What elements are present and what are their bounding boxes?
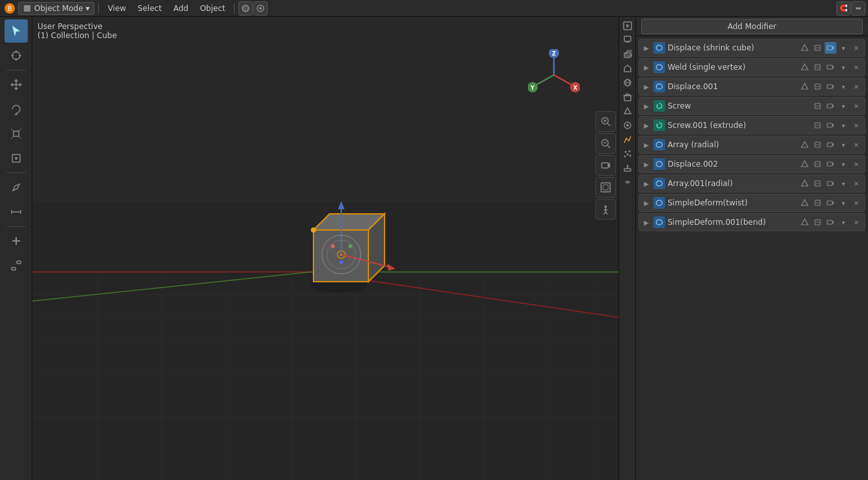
modifier-edit-btn-7[interactable] [812, 178, 823, 189]
modifier-close-btn-3[interactable]: ✕ [851, 100, 862, 112]
modifier-vertex-btn-5[interactable] [799, 139, 810, 151]
annotate-tool-btn[interactable] [5, 176, 28, 199]
modifier-edit-btn-4[interactable] [812, 120, 823, 131]
menu-view[interactable]: View [103, 3, 131, 14]
modifier-row-0[interactable]: ▶Displace (shrink cube)▾✕ [639, 39, 865, 57]
modifier-chevron-btn-1[interactable]: ▾ [838, 61, 849, 73]
physics-props-btn[interactable] [621, 162, 634, 174]
modifier-edit-btn-6[interactable] [812, 158, 823, 170]
mode-selector[interactable]: Object Mode ▾ [18, 2, 94, 15]
modifier-expand-2[interactable]: ▶ [642, 82, 651, 91]
modifier-camera-btn-4[interactable] [825, 120, 836, 131]
global-local-toggle[interactable] [238, 1, 253, 16]
modifier-row-6[interactable]: ▶Displace.002▾✕ [639, 155, 865, 173]
modifier-close-btn-2[interactable]: ✕ [851, 81, 862, 92]
view-layer-btn[interactable] [621, 48, 634, 61]
proportional-edit[interactable] [253, 1, 268, 16]
modifier-vertex-btn-1[interactable] [799, 61, 810, 73]
modifier-expand-1[interactable]: ▶ [642, 63, 651, 72]
modifier-expand-8[interactable]: ▶ [642, 198, 651, 207]
menu-add[interactable]: Add [168, 3, 193, 14]
modifier-vertex-btn-7[interactable] [799, 178, 810, 189]
modifier-camera-btn-7[interactable] [825, 178, 836, 189]
modifier-camera-btn-0[interactable] [825, 42, 836, 54]
modifier-chevron-btn-0[interactable]: ▾ [838, 42, 849, 54]
modifier-expand-4[interactable]: ▶ [642, 121, 651, 130]
modifier-vertex-btn-6[interactable] [799, 158, 810, 170]
orientation-gizmo[interactable]: Z X Y [528, 49, 580, 101]
snap-btn[interactable]: 🧲 [836, 1, 851, 16]
modifier-camera-btn-6[interactable] [825, 158, 836, 170]
modifier-chevron-btn-3[interactable]: ▾ [838, 100, 849, 112]
modifier-row-7[interactable]: ▶Array.001(radial)▾✕ [639, 174, 865, 193]
modifier-expand-3[interactable]: ▶ [642, 101, 651, 110]
modifier-chevron-btn-6[interactable]: ▾ [838, 158, 849, 170]
modifier-row-9[interactable]: ▶SimpleDeform.001(bend)▾✕ [639, 213, 865, 231]
constraints-props-btn[interactable] [621, 176, 634, 189]
modifier-chevron-btn-7[interactable]: ▾ [838, 178, 849, 189]
menu-select[interactable]: Select [132, 3, 167, 14]
material-props-btn[interactable] [621, 119, 634, 132]
modifier-expand-9[interactable]: ▶ [642, 218, 651, 227]
modifier-vertex-btn-9[interactable] [799, 216, 810, 228]
modifier-close-btn-0[interactable]: ✕ [851, 42, 862, 54]
modifier-close-btn-5[interactable]: ✕ [851, 139, 862, 151]
modifier-row-4[interactable]: ▶Screw.001 (extrude)▾✕ [639, 116, 865, 134]
transform-tool-btn[interactable] [5, 147, 28, 170]
modifier-edit-btn-3[interactable] [812, 100, 823, 112]
modifier-row-5[interactable]: ▶Array (radial)▾✕ [639, 136, 865, 154]
modifier-row-2[interactable]: ▶Displace.001▾✕ [639, 78, 865, 96]
modifier-row-1[interactable]: ▶Weld (single vertex)▾✕ [639, 58, 865, 76]
modifier-close-btn-7[interactable]: ✕ [851, 178, 862, 189]
modifier-expand-7[interactable]: ▶ [642, 179, 651, 188]
modifier-vertex-btn-0[interactable] [799, 42, 810, 54]
modifier-close-btn-6[interactable]: ✕ [851, 158, 862, 170]
measure-tool-btn[interactable] [5, 200, 28, 224]
modifier-chevron-btn-5[interactable]: ▾ [838, 139, 849, 151]
object-props-btn[interactable] [621, 90, 634, 103]
modifier-edit-btn-0[interactable] [812, 42, 823, 54]
blender-logo[interactable]: B [3, 1, 17, 16]
output-props-btn[interactable] [621, 34, 634, 47]
modifier-camera-btn-5[interactable] [825, 139, 836, 151]
modifier-expand-0[interactable]: ▶ [642, 43, 651, 52]
walk-fly-btn[interactable] [595, 199, 616, 220]
modifier-props-btn[interactable] [621, 133, 634, 146]
modifier-edit-btn-9[interactable] [812, 216, 823, 228]
modifier-camera-btn-3[interactable] [825, 100, 836, 112]
add-object-btn[interactable] [5, 229, 28, 253]
viewport[interactable]: User Perspective (1) Collection | Cube Z… [32, 17, 619, 480]
modifier-camera-btn-9[interactable] [825, 216, 836, 228]
transform2-tool-btn[interactable] [5, 254, 28, 277]
modifier-row-8[interactable]: ▶SimpleDeform(twist)▾✕ [639, 194, 865, 212]
modifier-vertex-btn-2[interactable] [799, 81, 810, 92]
scale-tool-btn[interactable] [5, 122, 28, 145]
zoom-in-btn[interactable] [595, 111, 616, 132]
menu-object[interactable]: Object [195, 3, 230, 14]
modifier-close-btn-1[interactable]: ✕ [851, 61, 862, 73]
modifier-close-btn-8[interactable]: ✕ [851, 197, 862, 209]
modifier-camera-btn-8[interactable] [825, 197, 836, 209]
mirror-btn[interactable]: ⇔ [851, 1, 865, 16]
modifier-vertex-btn-8[interactable] [799, 197, 810, 209]
scene-props-btn[interactable] [621, 62, 634, 75]
mesh-props-btn[interactable] [621, 105, 634, 118]
particles-props-btn[interactable] [621, 147, 634, 160]
modifier-chevron-btn-8[interactable]: ▾ [838, 197, 849, 209]
modifier-row-3[interactable]: ▶Screw▾✕ [639, 97, 865, 115]
zoom-out-btn[interactable] [595, 133, 616, 154]
move-tool-btn[interactable] [5, 73, 28, 96]
modifier-expand-6[interactable]: ▶ [642, 160, 651, 169]
modifier-chevron-btn-4[interactable]: ▾ [838, 120, 849, 131]
modifier-camera-btn-1[interactable] [825, 61, 836, 73]
modifier-edit-btn-2[interactable] [812, 81, 823, 92]
world-props-btn[interactable] [621, 76, 634, 89]
cursor-tool-btn[interactable] [5, 44, 28, 67]
camera-view-btn[interactable] [595, 155, 616, 176]
select-tool-btn[interactable] [5, 19, 28, 43]
modifier-chevron-btn-9[interactable]: ▾ [838, 216, 849, 228]
modifier-camera-btn-2[interactable] [825, 81, 836, 92]
modifier-chevron-btn-2[interactable]: ▾ [838, 81, 849, 92]
modifier-edit-btn-1[interactable] [812, 61, 823, 73]
rotate-tool-btn[interactable] [5, 98, 28, 121]
